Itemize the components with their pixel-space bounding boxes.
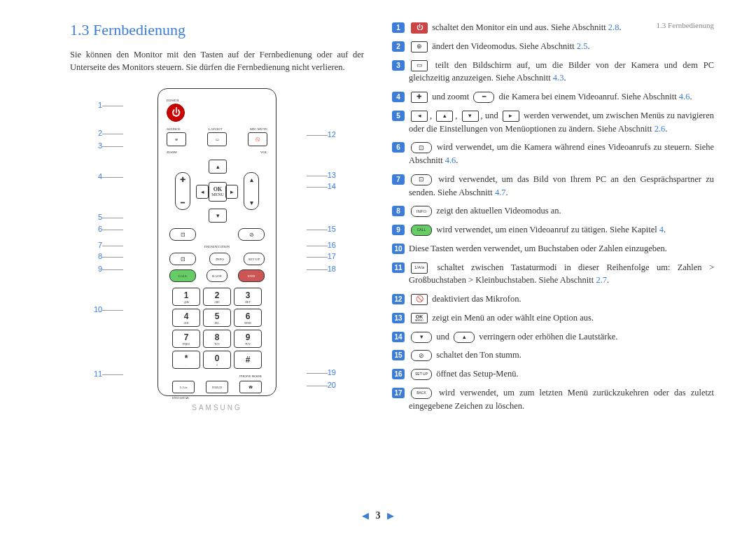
volup-icon: ▴ <box>454 332 475 343</box>
callout-4: 4 <box>98 172 123 181</box>
callout-17: 17 <box>307 252 336 260</box>
arrow-left-icon: ◂ <box>411 111 428 122</box>
back-button: BACK <box>206 269 227 282</box>
callout-3: 3 <box>98 141 123 150</box>
keypad-key: 0◊ <box>203 351 231 369</box>
badge-2: 2 <box>392 41 405 52</box>
info-icon: INFO <box>411 206 432 217</box>
arrow-down-icon: ▾ <box>462 111 479 122</box>
link-2-8[interactable]: 2.8 <box>608 22 620 32</box>
call-button: CALL <box>169 269 196 282</box>
zoom-label: ZOOM <box>167 150 177 154</box>
link-2-6[interactable]: 2.6 <box>654 124 666 134</box>
plus-icon: ✚ <box>411 92 428 103</box>
keypad-key: 9TUV <box>234 330 262 348</box>
badge-3: 3 <box>392 60 405 71</box>
arrow-up-icon: ▴ <box>436 111 453 122</box>
mute-button: ⊘ <box>238 228 265 241</box>
callout-9: 9 <box>98 265 123 273</box>
badge-1: 1 <box>392 22 405 33</box>
badge-15: 15 <box>392 350 405 360</box>
presentation-label: PRESENTATION <box>167 245 267 248</box>
badge-8: 8 <box>392 206 405 216</box>
keypad-key: 4GHI <box>172 309 200 327</box>
keypad-key: 1.@& <box>172 288 200 306</box>
link-4-7[interactable]: 4.7 <box>495 188 506 197</box>
callout-5: 5 <box>98 213 123 221</box>
callout-12: 12 <box>307 130 336 139</box>
micmute-label: MIC MUTE <box>250 127 267 131</box>
intro-text: Sie können den Monitor mit den Tasten au… <box>70 48 364 75</box>
power-label: POWER <box>167 99 267 102</box>
legend-list: 1⏻ schaltet den Monitor ein und aus. Sie… <box>392 21 714 418</box>
keypad-key: 6MNO <box>234 309 262 327</box>
source-label: SOURCE <box>167 127 181 131</box>
camctrl-icon: ⊡ <box>411 142 432 153</box>
badge-7: 7 <box>392 174 405 185</box>
link-2-7[interactable]: 2.7 <box>596 275 607 285</box>
arrow-right: ▸ <box>225 185 238 199</box>
page-footer: ◀ 3 ▶ <box>0 510 756 521</box>
minus-icon: ━ <box>473 92 494 103</box>
prev-page-arrow[interactable]: ◀ <box>362 510 369 521</box>
callout-19: 19 <box>307 368 336 377</box>
link-2-5[interactable]: 2.5 <box>577 41 588 51</box>
voldown-icon: ▾ <box>411 332 432 343</box>
phonebook-button: ☎ <box>239 381 262 393</box>
callout-13: 13 <box>307 171 336 179</box>
callout-15: 15 <box>307 225 336 233</box>
link-4-6b[interactable]: 4.6 <box>445 155 456 165</box>
callout-1: 1 <box>98 101 123 109</box>
setup-button: SET UP <box>244 253 265 265</box>
badge-13: 13 <box>392 313 405 323</box>
back-icon: BACK <box>411 388 432 399</box>
keypad-key: 8TUV <box>203 330 231 348</box>
end-button: END <box>238 269 265 282</box>
micmute-button: 🚫 <box>248 132 267 146</box>
badge-11: 11 <box>392 262 405 273</box>
link-4-3[interactable]: 4.3 <box>553 73 564 83</box>
mode-icon: 1/A/a <box>411 262 428 274</box>
ok-button: OK MENU <box>209 182 227 202</box>
dpad: ✚━ ▴▾ ▴ ▾ ◂ ▸ OK MENU <box>175 160 259 223</box>
keypad-key: *. <box>172 351 200 369</box>
badge-16: 16 <box>392 369 405 379</box>
bn-number: BN59-00974B <box>172 396 262 400</box>
arrow-left: ◂ <box>196 185 209 199</box>
badge-12: 12 <box>392 294 405 304</box>
arrow-up: ▴ <box>209 160 227 174</box>
info-button: INFO <box>209 253 230 265</box>
link-4-6a[interactable]: 4.6 <box>679 92 690 101</box>
ok-icon: OKMENU <box>411 313 428 323</box>
badge-17: 17 <box>392 388 405 398</box>
mode-button: 1/A/a <box>172 381 195 393</box>
callout-20: 20 <box>307 381 336 389</box>
zoom-rocker: ✚━ <box>175 172 190 210</box>
badge-9: 9 <box>392 225 405 235</box>
next-page-arrow[interactable]: ▶ <box>387 510 394 521</box>
callout-8: 8 <box>98 252 123 260</box>
source-icon: ⊕ <box>411 41 428 52</box>
section-heading: 1.3 Fernbedienung <box>70 21 364 39</box>
callout-11: 11 <box>94 370 123 378</box>
layout-label: LAYOUT <box>208 127 222 131</box>
callout-2: 2 <box>98 129 123 137</box>
callout-16: 16 <box>307 241 336 249</box>
phonebook-label: PHONE BOOK <box>239 374 262 378</box>
mute-icon: ⊘ <box>411 350 432 361</box>
arrow-down: ▾ <box>209 209 227 223</box>
badge-14: 14 <box>392 332 405 342</box>
call-icon: CALL <box>411 225 432 236</box>
micmute-icon: 🚫 <box>411 294 428 305</box>
callout-10: 10 <box>94 305 123 314</box>
badge-4: 4 <box>392 92 405 102</box>
samsung-logo: SAMSUNG <box>167 404 267 412</box>
vol-rocker: ▴▾ <box>244 172 259 210</box>
remote-diagram: 1 2 3 4 5 6 7 8 9 10 11 12 13 14 15 16 1… <box>70 88 364 396</box>
presentation-button: ⊡ <box>169 253 196 265</box>
layout-icon: ▭ <box>411 60 428 71</box>
power-icon: ⏻ <box>411 22 428 34</box>
arrow-right-icon: ▸ <box>503 111 519 122</box>
layout-button: ▭ <box>207 132 227 146</box>
callout-6: 6 <box>98 225 123 233</box>
